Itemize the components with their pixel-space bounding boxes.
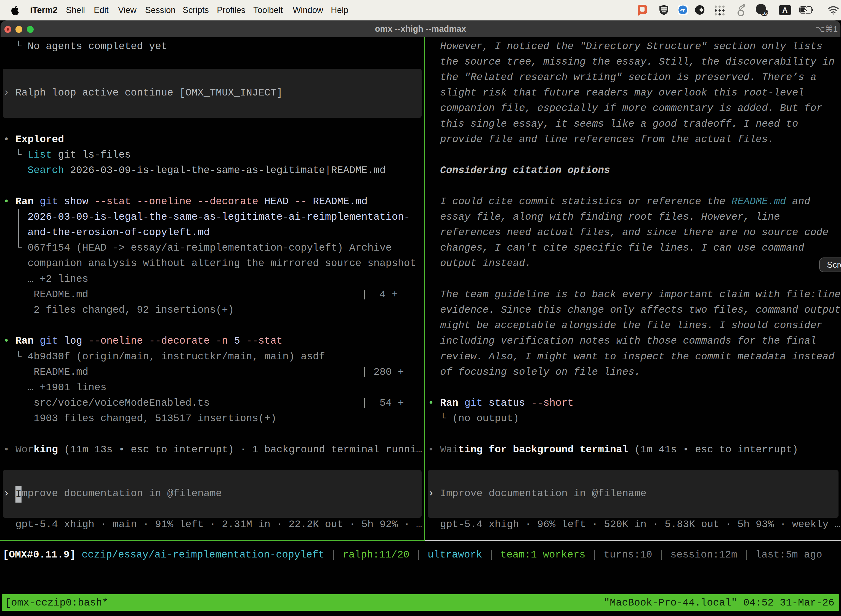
svg-text:..61: ..61 [762, 11, 768, 16]
svg-text:A: A [782, 6, 788, 14]
